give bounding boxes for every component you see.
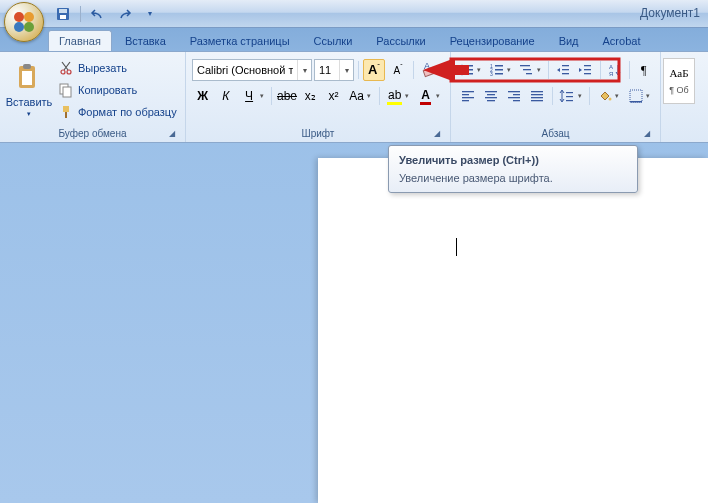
svg-text:A: A [424, 62, 430, 71]
numbering-button[interactable]: 123 [487, 59, 507, 81]
svg-rect-47 [487, 100, 495, 101]
svg-rect-40 [462, 91, 474, 92]
shrink-font-button[interactable]: Aˇ [387, 59, 409, 81]
bold-button[interactable]: Ж [192, 85, 213, 107]
qat-customize-button[interactable]: ▾ [139, 3, 161, 25]
style-preview-normal[interactable]: АаБ ¶ Об [663, 58, 695, 104]
svg-rect-24 [495, 65, 503, 67]
svg-rect-18 [465, 65, 473, 67]
case-dropdown[interactable]: ▾ [367, 92, 375, 100]
tab-insert[interactable]: Вставка [114, 30, 177, 51]
justify-button[interactable] [526, 85, 547, 107]
svg-text:Я: Я [609, 71, 613, 77]
svg-rect-50 [508, 97, 520, 98]
change-case-button[interactable]: Aa [346, 85, 367, 107]
bullets-dropdown[interactable]: ▾ [477, 66, 484, 74]
subscript-icon: x₂ [305, 89, 316, 103]
highlight-dropdown[interactable]: ▾ [405, 92, 413, 100]
tab-view[interactable]: Вид [548, 30, 590, 51]
bullets-button[interactable] [457, 59, 477, 81]
align-left-button[interactable] [457, 85, 478, 107]
font-size-combo[interactable]: ▾ [314, 59, 354, 81]
tab-references[interactable]: Ссылки [303, 30, 364, 51]
separator [358, 61, 359, 79]
ribbon-tabs: Главная Вставка Разметка страницы Ссылки… [0, 28, 708, 51]
copy-label: Копировать [78, 84, 137, 96]
group-clipboard: Вставить ▾ Вырезать Копировать Формат по… [0, 52, 186, 142]
borders-dropdown[interactable]: ▾ [646, 92, 654, 100]
increase-indent-button[interactable] [575, 59, 595, 81]
borders-icon [628, 88, 644, 104]
chevron-down-icon[interactable]: ▾ [297, 60, 311, 80]
group-paragraph: ▾ 123 ▾ ▾ AЯ ¶ ▾ [451, 52, 661, 142]
font-launcher[interactable]: ◢ [430, 126, 444, 140]
copy-button[interactable]: Копировать [54, 79, 181, 101]
svg-rect-29 [520, 65, 530, 66]
svg-rect-8 [23, 64, 31, 69]
svg-rect-55 [531, 100, 543, 101]
italic-button[interactable]: К [215, 85, 236, 107]
paste-button[interactable]: Вставить ▾ [4, 54, 54, 126]
bullets-icon [459, 62, 475, 78]
office-button[interactable] [4, 2, 44, 42]
undo-button[interactable] [87, 3, 109, 25]
borders-button[interactable] [625, 85, 646, 107]
strikethrough-button[interactable]: abe [276, 85, 297, 107]
format-painter-button[interactable]: Формат по образцу [54, 101, 181, 123]
save-icon [55, 6, 71, 22]
show-marks-button[interactable]: ¶ [634, 59, 654, 81]
svg-rect-49 [513, 94, 520, 95]
tab-mailings[interactable]: Рассылки [365, 30, 436, 51]
superscript-button[interactable]: x² [323, 85, 344, 107]
svg-rect-20 [465, 69, 473, 71]
font-name-combo[interactable]: ▾ [192, 59, 312, 81]
font-color-dropdown[interactable]: ▾ [436, 92, 444, 100]
separator [589, 87, 590, 105]
svg-rect-31 [526, 73, 532, 74]
underline-dropdown[interactable]: ▾ [260, 92, 268, 100]
svg-rect-26 [495, 69, 503, 71]
tab-acrobat[interactable]: Acrobat [592, 30, 652, 51]
font-size-input[interactable] [315, 60, 339, 80]
svg-point-59 [608, 98, 611, 101]
svg-rect-42 [462, 97, 474, 98]
chevron-down-icon[interactable]: ▾ [339, 60, 353, 80]
font-name-input[interactable] [193, 60, 297, 80]
tab-page-layout[interactable]: Разметка страницы [179, 30, 301, 51]
multilevel-dropdown[interactable]: ▾ [537, 66, 544, 74]
numbering-dropdown[interactable]: ▾ [507, 66, 514, 74]
subscript-button[interactable]: x₂ [300, 85, 321, 107]
cut-button[interactable]: Вырезать [54, 57, 181, 79]
decrease-indent-button[interactable] [553, 59, 573, 81]
align-center-button[interactable] [480, 85, 501, 107]
line-spacing-dropdown[interactable]: ▾ [578, 92, 586, 100]
svg-point-19 [461, 69, 464, 72]
svg-rect-34 [562, 73, 569, 74]
shading-dropdown[interactable]: ▾ [615, 92, 623, 100]
svg-rect-13 [63, 87, 71, 97]
paragraph-launcher[interactable]: ◢ [640, 126, 654, 140]
save-button[interactable] [52, 3, 74, 25]
svg-point-0 [14, 12, 24, 22]
font-color-button[interactable]: A [415, 85, 436, 107]
svg-rect-58 [566, 100, 573, 101]
grow-font-button[interactable]: Aˆ [363, 59, 385, 81]
svg-rect-22 [465, 73, 473, 75]
underline-button[interactable]: Ч [238, 85, 259, 107]
shading-button[interactable] [594, 85, 615, 107]
document-page[interactable] [318, 158, 708, 503]
line-spacing-icon [559, 88, 575, 104]
tab-review[interactable]: Рецензирование [439, 30, 546, 51]
multilevel-list-button[interactable] [516, 59, 536, 81]
sort-button[interactable]: AЯ [604, 59, 624, 81]
clear-formatting-button[interactable]: A [418, 59, 440, 81]
tab-home[interactable]: Главная [48, 30, 112, 51]
line-spacing-button[interactable] [557, 85, 578, 107]
chevron-down-icon: ▾ [148, 9, 152, 18]
separator [548, 61, 549, 79]
chevron-down-icon: ▾ [27, 110, 31, 118]
highlight-button[interactable]: ab [384, 85, 405, 107]
redo-button[interactable] [113, 3, 135, 25]
clipboard-launcher[interactable]: ◢ [165, 126, 179, 140]
align-right-button[interactable] [503, 85, 524, 107]
